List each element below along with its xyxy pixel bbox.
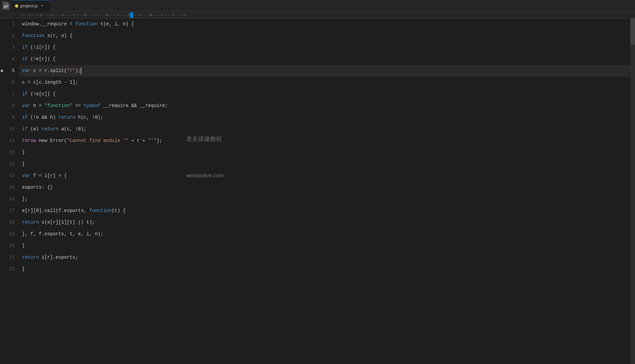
- line-num-8: 8: [0, 100, 19, 112]
- code-token: );: [75, 65, 81, 77]
- code-line-5: var c = r.split("/");: [19, 65, 635, 77]
- code-token: );: [156, 135, 162, 147]
- code-token: "Cannot find module '": [67, 135, 128, 147]
- current-line-arrow: ▶: [0, 65, 5, 77]
- code-token: }: [22, 263, 25, 275]
- line-num-13: 13: [0, 158, 19, 170]
- tab-bar: project.js ×: [0, 0, 635, 12]
- code-line-14: var f = i[r] = {: [19, 170, 635, 182]
- code-token: h =: [30, 100, 44, 112]
- code-line-13: }: [19, 158, 635, 170]
- code-token: return: [58, 112, 75, 123]
- code-token: if: [22, 112, 28, 123]
- svg-rect-4: [4, 7, 7, 8]
- code-token: (t) {: [112, 205, 126, 217]
- code-line-4: if (!e[r]) {: [19, 53, 635, 65]
- code-token: s(r, o) {: [44, 30, 72, 42]
- code-token: new Error(: [36, 135, 67, 147]
- code-line-19: }, f, f.exports, t, e, i, n);: [19, 228, 635, 240]
- code-token: var: [22, 100, 30, 112]
- line-num-14: 14: [0, 170, 19, 182]
- tab-project-js[interactable]: project.js ×: [12, 0, 52, 12]
- watermark-cn: 老吴搭建教程: [186, 133, 223, 145]
- watermark: 老吴搭建教程 weixiaolive.com: [186, 110, 223, 205]
- code-token: (!e[c]) {: [28, 88, 56, 100]
- code-token: i[r].exports;: [39, 252, 78, 263]
- line-num-16: 16: [0, 193, 19, 205]
- code-token: }: [22, 158, 25, 170]
- ruler-text: ----+----1----+----: [20, 13, 62, 17]
- code-line-2: function s(r, o) {: [19, 30, 635, 42]
- code-token: (a): [28, 123, 42, 135]
- ruler-text-2: 2----+----3----+----4----+----5----+----…: [62, 13, 187, 17]
- code-token: var: [22, 170, 30, 182]
- ruler-content: ----+----1----+----2----+----3----+----4…: [20, 13, 187, 17]
- scrollbar[interactable]: [630, 18, 635, 364]
- code-token: "'": [148, 135, 156, 147]
- code-token: }, f, f.exports, t, e, i, n);: [22, 228, 103, 240]
- line-num-9: 9: [0, 112, 19, 123]
- line-num-15: 15: [0, 182, 19, 193]
- line-num-10: 10: [0, 123, 19, 135]
- code-token: }: [22, 147, 25, 158]
- code-token: window.__require =: [22, 18, 75, 30]
- code-token: if: [22, 123, 28, 135]
- code-token: return: [22, 217, 39, 228]
- code-line-18: return s(e[r][1][t] || t);: [19, 217, 635, 228]
- code-token: e[r][0].call(f.exports,: [22, 205, 89, 217]
- code-token: t(e, i, n) {: [98, 18, 134, 30]
- code-line-9: if (!o && h) return h(c, !0); 老吴搭建教程 wei…: [19, 112, 635, 123]
- line-num-6: 6: [0, 77, 19, 88]
- code-token: (!i[r]) {: [28, 42, 56, 53]
- code-token: function: [75, 18, 98, 30]
- line-num-20: 20: [0, 240, 19, 252]
- code-line-21: return i[r].exports;: [19, 252, 635, 263]
- line-num-12: 12: [0, 147, 19, 158]
- line-num-19: 19: [0, 228, 19, 240]
- line-num-7: 7: [0, 88, 19, 100]
- code-line-11: throw new Error("Cannot find module '" +…: [19, 135, 635, 147]
- line-num-21: 21: [0, 252, 19, 263]
- code-line-3: if (!i[r]) {: [19, 42, 635, 53]
- text-cursor: [81, 68, 81, 74]
- ruler: ----+----1----+----2----+----3----+----4…: [0, 12, 635, 18]
- tab-close-button[interactable]: ×: [41, 4, 43, 8]
- code-token: typeof: [84, 100, 100, 112]
- code-token: };: [22, 193, 28, 205]
- code-line-6: c = c[c.length - 1];: [19, 77, 635, 88]
- code-token: a(c, !0);: [58, 123, 86, 135]
- code-token: if: [22, 42, 28, 53]
- line-num-11: 11: [0, 135, 19, 147]
- code-token: return: [22, 252, 39, 263]
- line-num-2: 2: [0, 30, 19, 42]
- scrollbar-thumb[interactable]: [630, 18, 635, 45]
- code-token: ==: [72, 100, 84, 112]
- code-area[interactable]: window.__require = function t(e, i, n) {…: [19, 18, 635, 364]
- svg-rect-3: [4, 6, 8, 7]
- code-token: f = i[r] = {: [30, 170, 67, 182]
- file-icon-area: [0, 0, 12, 12]
- line-num-3: 3: [0, 42, 19, 53]
- code-line-17: e[r][0].call(f.exports, function(t) {: [19, 205, 635, 217]
- line-num-17: 17: [0, 205, 19, 217]
- code-line-7: if (!e[c]) {: [19, 88, 635, 100]
- code-token: s(e[r][1][t] || t);: [39, 217, 95, 228]
- code-token: function: [89, 205, 112, 217]
- code-token: throw: [22, 135, 36, 147]
- code-token: (!e[r]) {: [28, 53, 56, 65]
- code-token: (!o && h): [28, 112, 58, 123]
- code-line-8: var h = "function" == typeof __require &…: [19, 100, 635, 112]
- code-token: var: [22, 65, 30, 77]
- js-dot-icon: [15, 4, 18, 8]
- code-token: c = c[c.length - 1];: [22, 77, 78, 88]
- tab-label: project.js: [20, 3, 38, 8]
- code-line-22: }: [19, 263, 635, 275]
- file-icon: [3, 2, 9, 10]
- code-token: "/": [67, 65, 75, 77]
- code-token: if: [22, 88, 28, 100]
- line-num-18: 18: [0, 217, 19, 228]
- code-line-12: }: [19, 147, 635, 158]
- code-token: h(c, !0);: [75, 112, 103, 123]
- code-token: __require && __require;: [100, 100, 168, 112]
- code-token: function: [22, 30, 44, 42]
